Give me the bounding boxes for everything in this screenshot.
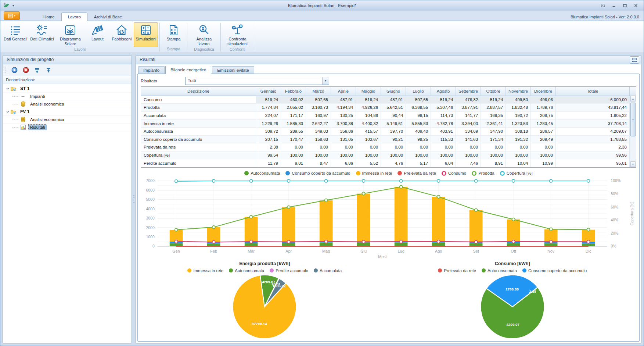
cell-value: 289,55: [281, 127, 306, 135]
sun-wave-icon: [36, 24, 48, 36]
minimize-button[interactable]: [609, 3, 619, 9]
column-header-totale[interactable]: Totale: [556, 87, 630, 96]
legend-item-autoconsumata: Autoconsumata: [482, 268, 517, 273]
ribbon-group-label: Lavoro: [1, 47, 159, 53]
cell-value: 4.194,34: [331, 104, 356, 112]
legend-marker-icon: [244, 171, 249, 175]
svg-text:0%: 0%: [611, 244, 616, 248]
chevron-down-icon[interactable]: [6, 87, 10, 90]
cell-value: 5.642,51: [381, 104, 406, 112]
column-header-luglio[interactable]: Luglio: [406, 87, 431, 96]
dati-generali-button[interactable]: Dati Generali: [2, 22, 29, 47]
fabbisogni-button[interactable]: Fabbisogni: [109, 22, 134, 47]
scrollbar-thumb[interactable]: [630, 103, 636, 136]
fit-width-button[interactable]: [630, 56, 639, 64]
line-prodotta: [176, 187, 589, 230]
tree-connector: [12, 104, 19, 104]
table-row-prodotta[interactable]: Prodotta1.774,842.055,023.160,734.194,34…: [141, 104, 630, 112]
table-row-accumulata[interactable]: Accumulata224,07171,17160,97130,25104,86…: [141, 111, 630, 120]
select-dropdown-icon[interactable]: ▼: [322, 77, 329, 85]
scroll-up-icon[interactable]: ▲: [630, 96, 636, 101]
ribbon-tab-archivi-di-base[interactable]: Archivi di Base: [87, 13, 129, 21]
column-header-settembre[interactable]: Settembre: [456, 87, 481, 96]
ribbon-group-stampa: StampaStampa: [160, 22, 187, 53]
analizza-lavoro-button[interactable]: Analizza lavoro: [189, 22, 219, 47]
table-row-prelevata-da-rete[interactable]: Prelevata da rete2,380,000,000,000,000,0…: [141, 143, 630, 151]
chart-legend: AutoconsumataConsumo coperto da accumulo…: [141, 169, 636, 177]
column-header-aprile[interactable]: Aprile: [331, 87, 356, 96]
scroll-down-icon[interactable]: ▼: [630, 161, 636, 167]
add-button[interactable]: [11, 67, 18, 74]
tree-item-label: Analisi economica: [29, 117, 66, 122]
diagramma-solare-button[interactable]: Diagramma Solare: [55, 22, 85, 47]
cell-value: 1.323,53: [506, 120, 531, 128]
delete-button[interactable]: [22, 67, 29, 74]
table-row-consumo[interactable]: Consumo519,24460,02507,65487,91519,24487…: [141, 96, 630, 104]
cell-value: 397,70: [381, 127, 406, 135]
maximize-button[interactable]: [620, 3, 630, 9]
chevron-down-icon[interactable]: [6, 110, 10, 114]
bar-segment-autoconsumata: [544, 243, 558, 246]
column-header-marzo[interactable]: Marzo: [306, 87, 331, 96]
cell-value: 0,00: [356, 143, 381, 151]
column-header-maggio[interactable]: Maggio: [356, 87, 381, 96]
cell-value: 6,04: [431, 159, 456, 167]
confronta-simulazioni-button[interactable]: ABConfronta simulazioni: [222, 22, 252, 47]
table-row-consumo-coperto-da-accumulo[interactable]: Consumo coperto da accumulo207,15170,471…: [141, 135, 630, 143]
stampa-button[interactable]: Stampa: [161, 22, 186, 47]
results-tab-content: Risultato Tutti ▼ DescrizioneGennaioFebb…: [137, 74, 640, 342]
tree-item-analisi-economica[interactable]: Analisi economica: [3, 116, 132, 124]
column-header-novembre[interactable]: Novembre: [506, 87, 531, 96]
pie-title: Energia prodotta [kWh]: [239, 261, 290, 267]
column-header-febbraio[interactable]: Febbraio: [281, 87, 306, 96]
table-row-immessa-in-rete[interactable]: Immessa in rete1.229,261.585,302.642,273…: [141, 120, 630, 128]
result-filter-select[interactable]: Tutti ▼: [185, 77, 329, 85]
tree-item-risultati[interactable]: Risultati: [3, 124, 132, 131]
column-header-descrizione[interactable]: Descrizione: [141, 87, 256, 96]
fullscreen-button[interactable]: [598, 3, 608, 9]
svg-text:Mar: Mar: [248, 249, 255, 253]
tab-bilancio-energetico[interactable]: Bilancio energetico: [165, 66, 211, 74]
ribbon-tab-home[interactable]: Home: [37, 13, 61, 21]
cell-value: 7,46: [456, 159, 481, 167]
quick-access-customize-icon[interactable]: ▾: [12, 3, 15, 8]
column-header-ottobre[interactable]: Ottobre: [481, 87, 506, 96]
column-header-dicembre[interactable]: Dicembre: [531, 87, 556, 96]
cell-value: 100,00: [381, 151, 406, 159]
tree-item-impianti[interactable]: Impianti: [3, 93, 132, 100]
move-top-button[interactable]: [45, 67, 52, 74]
application-menu-button[interactable]: ▾: [4, 11, 20, 20]
column-header-giugno[interactable]: Giugno: [381, 87, 406, 96]
move-bottom-button[interactable]: [34, 67, 40, 74]
tree-item-fv-1[interactable]: FV 1: [3, 108, 132, 116]
dati-climatici-button[interactable]: Dati Climatici: [29, 22, 55, 47]
close-button[interactable]: [631, 3, 641, 9]
cell-value: 496,06: [531, 96, 556, 104]
results-panel: Risultati ImpiantoBilancio energeticoEmi…: [136, 55, 641, 343]
tree-item-analisi-economica[interactable]: Analisi economica: [3, 100, 132, 108]
column-header-gennaio[interactable]: Gennaio: [256, 87, 281, 96]
bar-segment-autoconsumata: [245, 243, 258, 246]
table-row-autoconsumata[interactable]: Autoconsumata309,72289,55349,03356,86415…: [141, 127, 630, 135]
ribbon-tab-lavoro[interactable]: Lavoro: [61, 13, 87, 21]
tree-item-st-1[interactable]: ST 1: [3, 85, 132, 93]
toolbar-grip[interactable]: [5, 66, 7, 74]
legend-label: Copertura [%]: [507, 171, 533, 175]
tab-emissioni-evitate[interactable]: Emissioni evitate: [212, 66, 254, 74]
legend-item-consumo: Consumo: [442, 171, 466, 176]
table-row-copertura[interactable]: Copertura [%]99,54100,00100,00100,00100,…: [141, 151, 630, 159]
cell-value: 43.817,44: [556, 104, 630, 112]
panel-splitter[interactable]: [132, 55, 136, 343]
table-row-perdite-accumulo[interactable]: Perdite accumulo11,799,018,476,865,524,7…: [141, 159, 630, 167]
tab-impianto[interactable]: Impianto: [138, 66, 165, 74]
cell-value: 209,49: [531, 135, 556, 143]
layout-button[interactable]: Layout: [85, 22, 109, 47]
row-label: Immessa in rete: [141, 120, 256, 128]
cell-value: 100,00: [406, 151, 431, 159]
simulazioni-button[interactable]: Simulazioni: [134, 22, 158, 47]
legend-label: Accumulata: [320, 268, 342, 273]
column-header-agosto[interactable]: Agosto: [431, 87, 456, 96]
tree-column-header[interactable]: Denominazione: [3, 76, 132, 84]
result-filter-label: Risultato: [141, 79, 185, 83]
legend-label: Consumo coperto da accumulo: [528, 268, 587, 273]
